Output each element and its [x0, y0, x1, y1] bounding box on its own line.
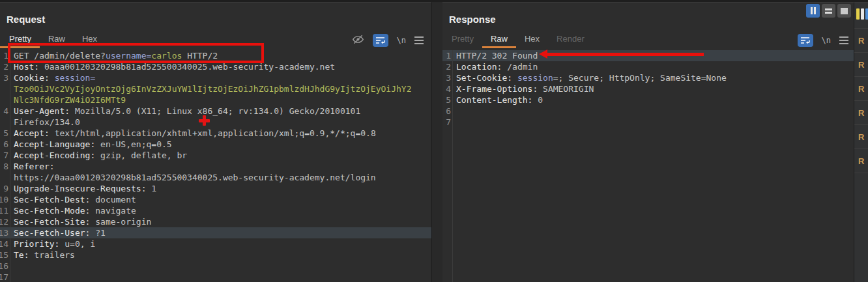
tab-render: Render [548, 31, 593, 48]
line-number: 9 [0, 183, 8, 194]
request-line[interactable]: https://0aaa00120320298b81ad525500340025… [0, 172, 431, 183]
line-number: 12 [0, 216, 8, 227]
annotation-highlight-box [8, 43, 264, 63]
line-content: Content-Length: 0 [451, 95, 543, 105]
line-number: 11 [0, 205, 8, 216]
request-line[interactable]: Nlc3NfdG9rZW4iO2I6MTt9 [0, 94, 431, 106]
line-content: Nlc3NfdG9rZW4iO2I6MTt9 [8, 95, 126, 105]
line-number: 14 [0, 238, 8, 249]
line-number: 7 [442, 117, 451, 128]
request-editor[interactable]: 1GET /admin/delete?username=carlos HTTP/… [0, 50, 431, 282]
line-content: Sec-Fetch-Mode: navigate [8, 206, 136, 216]
columns-layout-button[interactable] [806, 4, 820, 18]
line-number: 4 [442, 83, 451, 94]
request-line[interactable]: Firefox/134.0 [0, 117, 431, 128]
request-line[interactable]: 12Sec-Fetch-Site: same-origin [0, 216, 431, 227]
line-number: 6 [0, 139, 8, 150]
line-number: 15 [0, 249, 8, 261]
single-layout-button[interactable] [837, 4, 851, 18]
line-number: 4 [0, 106, 8, 117]
request-line[interactable]: 6Accept-Language: en-US,en;q=0.5 [0, 139, 431, 150]
request-line[interactable]: 8Referer: [0, 161, 431, 172]
request-line[interactable]: 7Accept-Encoding: gzip, deflate, br [0, 150, 431, 161]
line-number: 13 [0, 227, 8, 238]
line-number: 6 [442, 106, 451, 117]
line-content: Cookie: session= [8, 73, 95, 83]
response-line[interactable]: 5Content-Length: 0 [442, 94, 854, 106]
rows-layout-button[interactable] [822, 4, 835, 18]
line-number: 3 [0, 72, 8, 83]
line-content: Firefox/134.0 [8, 117, 80, 127]
line-content: Location: /admin [451, 62, 538, 72]
line-content: Accept: text/html,application/xhtml+xml,… [8, 128, 376, 138]
line-number: 1 [442, 50, 451, 61]
response-tabbar: PrettyRawHexRender [442, 31, 593, 48]
line-content: X-Frame-Options: SAMEORIGIN [451, 84, 594, 94]
inspector-collapsed-section[interactable]: R [854, 101, 868, 125]
line-content: Upgrade-Insecure-Requests: 1 [8, 184, 156, 193]
line-content: Sec-Fetch-User: ?1 [8, 228, 106, 238]
inspector-collapsed-section[interactable]: R [854, 125, 868, 149]
line-number: 10 [0, 194, 8, 205]
request-line[interactable]: 16 [0, 261, 431, 272]
line-number: 7 [0, 150, 8, 161]
annotation-cross-marker [199, 115, 210, 126]
line-number: 5 [442, 94, 451, 106]
response-line[interactable]: 6 [442, 106, 854, 117]
line-content: HTTP/2 302 Found [451, 51, 538, 61]
annotation-arrow [539, 49, 704, 59]
hide-nonprintables-icon[interactable] [352, 34, 364, 48]
line-content: Tzo0OiJVc2VyIjoyOntzOjg6InVzZXJuYW1lIjtz… [8, 84, 411, 94]
line-number: 17 [0, 272, 8, 282]
line-content: https://0aaa00120320298b81ad525500340025… [8, 173, 376, 182]
request-title: Request [7, 14, 45, 25]
request-line[interactable]: 17 [0, 272, 431, 282]
gutter-divider [452, 50, 453, 282]
tab-hex[interactable]: Hex [516, 31, 548, 48]
inspector-collapsed-section[interactable]: R [854, 149, 868, 173]
wrap-lines-icon[interactable] [798, 34, 813, 47]
line-content: Accept-Encoding: gzip, deflate, br [8, 150, 187, 160]
inspector-strip[interactable]: RRRRRR [854, 2, 868, 282]
response-line[interactable]: 7 [442, 117, 854, 128]
newline-chars-icon[interactable]: \n [822, 36, 831, 45]
request-line[interactable]: 14Priority: u=0, i [0, 238, 431, 249]
tab-pretty: Pretty [442, 31, 482, 48]
inspector-collapsed-section[interactable]: R [854, 77, 868, 101]
newline-chars-icon[interactable]: \n [397, 36, 406, 45]
request-line[interactable]: 9Upgrade-Insecure-Requests: 1 [0, 183, 431, 194]
response-editor[interactable]: 1HTTP/2 302 Found2Location: /admin3Set-C… [442, 50, 854, 282]
request-line[interactable]: 10Sec-Fetch-Dest: document [0, 194, 431, 205]
request-line[interactable]: 13Sec-Fetch-User: ?1 [0, 227, 431, 238]
request-line[interactable]: Tzo0OiJVc2VyIjoyOntzOjg6InVzZXJuYW1lIjtz… [0, 83, 431, 94]
response-line[interactable]: 4X-Frame-Options: SAMEORIGIN [442, 83, 854, 94]
editor-menu-icon[interactable] [414, 35, 424, 46]
inspector-collapsed-section[interactable]: R [854, 53, 868, 77]
request-toolbar: \n [352, 33, 424, 48]
response-toolbar: \n [798, 33, 848, 48]
request-line[interactable]: 11Sec-Fetch-Mode: navigate [0, 205, 431, 216]
line-number: 2 [442, 61, 451, 72]
editor-menu-icon[interactable] [839, 35, 848, 46]
request-line[interactable]: 3Cookie: session= [0, 72, 431, 83]
gutter-divider [10, 50, 10, 282]
response-panel: Response PrettyRawHexRender \n 1HTTP/2 3… [442, 2, 854, 282]
line-content: Set-Cookie: session=; Secure; HttpOnly; … [451, 73, 727, 83]
response-line[interactable]: 3Set-Cookie: session=; Secure; HttpOnly;… [442, 72, 854, 83]
line-content: Accept-Language: en-US,en;q=0.5 [8, 139, 172, 149]
request-line[interactable]: 15Te: trailers [0, 249, 431, 261]
inspector-icon[interactable] [854, 3, 868, 29]
wrap-lines-icon[interactable] [373, 34, 388, 47]
response-title: Response [449, 14, 496, 25]
line-number: 5 [0, 128, 8, 139]
response-line[interactable]: 2Location: /admin [442, 61, 854, 72]
line-content: Te: trailers [8, 250, 75, 260]
line-content: Sec-Fetch-Dest: document [8, 195, 136, 204]
request-line[interactable]: 4User-Agent: Mozilla/5.0 (X11; Linux x86… [0, 106, 431, 117]
tab-raw[interactable]: Raw [482, 31, 516, 48]
layout-switcher [806, 4, 851, 18]
line-content: Host: 0aaa00120320298b81ad525500340025.w… [8, 62, 335, 72]
request-line[interactable]: 5Accept: text/html,application/xhtml+xml… [0, 128, 431, 139]
burp-message-editor: Request PrettyRawHex \n 1GE [0, 0, 868, 282]
inspector-collapsed-section[interactable]: R [854, 29, 868, 53]
